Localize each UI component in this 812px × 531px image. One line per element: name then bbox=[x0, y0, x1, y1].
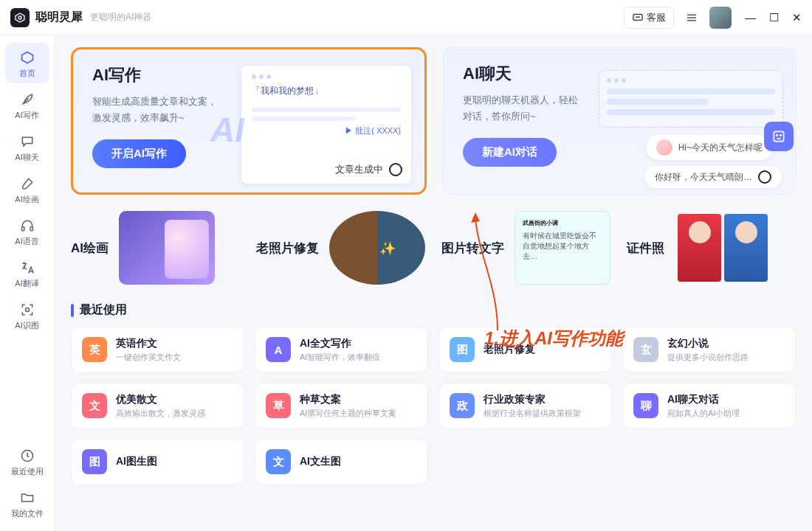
card-title: 种草文案 bbox=[300, 393, 396, 406]
svg-marker-9 bbox=[21, 52, 32, 63]
chat-bubble-ai: 你好呀，今天天气晴朗… bbox=[644, 166, 782, 188]
ocr-thumb: 武昌街的小调 有时候在城里吃饭会不自觉地想起某个地方去… bbox=[515, 211, 610, 285]
card-title: 玄幻小说 bbox=[667, 337, 749, 350]
svg-point-1 bbox=[18, 16, 21, 19]
sidebar-label: 最近使用 bbox=[5, 466, 49, 477]
sidebar-label: AI绘画 bbox=[5, 194, 49, 205]
app-subtitle: 更聪明的AI神器 bbox=[90, 11, 151, 24]
recent-card[interactable]: 政 行业政策专家 根据行业名称提供政策框架 bbox=[438, 383, 612, 428]
card-icon: 政 bbox=[450, 393, 475, 418]
sidebar-item-translate[interactable]: AI翻译 bbox=[5, 253, 49, 294]
feature-title: 证件照 bbox=[627, 240, 664, 257]
brush-icon bbox=[18, 175, 36, 192]
recent-card[interactable]: 草 种草文案 AI撰写任何主题的种草文案 bbox=[255, 383, 428, 428]
recent-card[interactable]: A AI全文写作 AI智能写作，效率翻倍 bbox=[255, 327, 428, 372]
recent-card[interactable]: 图 老照片修复 bbox=[438, 327, 612, 372]
chat-preview bbox=[599, 70, 783, 128]
card-title: AI文生图 bbox=[300, 455, 341, 468]
recent-card[interactable]: 图 AI图生图 bbox=[71, 439, 244, 485]
minimize-button[interactable]: — bbox=[745, 11, 756, 24]
recent-card[interactable]: 文 优美散文 高效输出散文，激发灵感 bbox=[71, 383, 244, 428]
feature-row: AI绘画 老照片修复 图片转文字 武昌街的小调 有时候在城里吃饭会不自觉地想起某… bbox=[71, 211, 796, 285]
sidebar-item-paint[interactable]: AI绘画 bbox=[5, 169, 49, 209]
start-write-button[interactable]: 开启AI写作 bbox=[92, 139, 186, 168]
feature-title: 图片转文字 bbox=[441, 240, 504, 257]
sidebar-item-recent[interactable]: 最近使用 bbox=[5, 441, 49, 482]
headphone-icon bbox=[18, 217, 36, 235]
card-desc: AI撰写任何主题的种草文案 bbox=[300, 408, 396, 419]
card-title: 行业政策专家 bbox=[484, 393, 581, 406]
svg-point-16 bbox=[777, 135, 778, 136]
window-controls: — ☐ ✕ bbox=[745, 11, 802, 24]
chat-bubble-icon bbox=[18, 133, 36, 150]
ai-avatar-icon bbox=[758, 170, 771, 184]
home-icon bbox=[18, 49, 36, 66]
card-title: AI全文写作 bbox=[300, 337, 380, 350]
card-desc: 高效输出散文，激发灵感 bbox=[116, 408, 205, 419]
feature-title: 老照片修复 bbox=[256, 240, 319, 257]
user-avatar[interactable] bbox=[709, 7, 732, 29]
mock-status: 文章生成中 bbox=[335, 163, 402, 176]
recent-card[interactable]: 玄 玄幻小说 提供更多小说创作思路 bbox=[622, 327, 796, 372]
sidebar-item-voice[interactable]: AI语音 bbox=[5, 211, 49, 251]
chat-fab-button[interactable] bbox=[764, 122, 794, 151]
card-icon: 英 bbox=[82, 337, 107, 362]
spinner-icon bbox=[389, 163, 402, 176]
recent-card[interactable]: 英 英语作文 一键创作英文作文 bbox=[71, 327, 244, 372]
card-icon: 聊 bbox=[633, 393, 658, 418]
card-desc: 一键创作英文作文 bbox=[116, 352, 181, 363]
card-icon: 玄 bbox=[633, 337, 658, 362]
photo-thumb bbox=[329, 211, 425, 285]
customer-service-button[interactable]: 客服 bbox=[624, 7, 674, 29]
titlebar: 聪明灵犀 更聪明的AI神器 客服 — ☐ ✕ bbox=[0, 0, 812, 35]
sidebar: 首页 AI写作 AI聊天 AI绘画 AI语音 AI翻译 AI识图 最 bbox=[0, 35, 55, 531]
card-title: AI聊天对话 bbox=[667, 393, 740, 406]
card-title: 英语作文 bbox=[116, 337, 181, 350]
close-button[interactable]: ✕ bbox=[792, 11, 802, 24]
card-desc: 宛如真人的AI小助理 bbox=[667, 408, 740, 419]
hero-card-chat[interactable]: AI聊天 更聪明的聊天机器人，轻松 对话，答你所问~ 新建AI对话 Hi~今天的… bbox=[443, 47, 796, 195]
feature-ocr[interactable]: 图片转文字 武昌街的小调 有时候在城里吃饭会不自觉地想起某个地方去… bbox=[441, 211, 610, 285]
sidebar-label: 我的文件 bbox=[5, 508, 49, 519]
sidebar-item-write[interactable]: AI写作 bbox=[5, 85, 49, 125]
sidebar-label: AI翻译 bbox=[5, 278, 49, 289]
feature-paint[interactable]: AI绘画 bbox=[71, 211, 240, 285]
mock-topic: 「我和我的梦想」 bbox=[252, 85, 401, 97]
svg-rect-12 bbox=[30, 227, 32, 231]
feature-photo-repair[interactable]: 老照片修复 bbox=[256, 211, 425, 285]
history-icon bbox=[18, 447, 36, 465]
chat-icon bbox=[632, 13, 644, 23]
svg-point-3 bbox=[636, 17, 637, 18]
svg-rect-15 bbox=[774, 131, 783, 141]
svg-point-17 bbox=[780, 135, 782, 136]
menu-button[interactable] bbox=[681, 7, 702, 28]
app-logo: 聪明灵犀 bbox=[10, 8, 83, 27]
svg-point-13 bbox=[25, 308, 29, 312]
new-chat-button[interactable]: 新建AI对话 bbox=[463, 138, 557, 167]
app-name: 聪明灵犀 bbox=[35, 10, 83, 25]
feature-id-photo[interactable]: 证件照 bbox=[627, 211, 796, 285]
hero-card-write[interactable]: AI写作 智能生成高质量文章和文案， 激发灵感，效率飙升~ 开启AI写作 AI … bbox=[71, 47, 427, 195]
sidebar-item-chat[interactable]: AI聊天 bbox=[5, 127, 49, 167]
service-label: 客服 bbox=[647, 11, 666, 24]
sidebar-label: AI识图 bbox=[5, 320, 49, 331]
feather-icon bbox=[18, 91, 36, 108]
avatar-icon bbox=[656, 139, 672, 156]
recent-grid: 英 英语作文 一键创作英文作文A AI全文写作 AI智能写作，效率翻倍图 老照片… bbox=[71, 327, 796, 485]
recent-card[interactable]: 聊 AI聊天对话 宛如真人的AI小助理 bbox=[622, 383, 796, 428]
sidebar-item-ocr[interactable]: AI识图 bbox=[5, 295, 49, 336]
paint-thumb bbox=[119, 211, 215, 285]
section-title-recent: 最近使用 bbox=[71, 302, 796, 318]
logo-icon bbox=[10, 8, 30, 27]
sidebar-label: AI语音 bbox=[5, 236, 49, 247]
recent-card[interactable]: 文 AI文生图 bbox=[255, 439, 428, 485]
feature-title: AI绘画 bbox=[71, 240, 109, 257]
card-icon: 草 bbox=[266, 393, 291, 418]
write-preview-panel: AI 「我和我的梦想」 ▶ 批注( XXXX) 文章生成中 bbox=[241, 66, 411, 184]
folder-icon bbox=[18, 489, 36, 507]
sidebar-item-files[interactable]: 我的文件 bbox=[5, 483, 49, 524]
sidebar-item-home[interactable]: 首页 bbox=[5, 43, 49, 83]
maximize-button[interactable]: ☐ bbox=[769, 11, 779, 24]
card-desc: 根据行业名称提供政策框架 bbox=[484, 408, 581, 419]
sidebar-label: AI聊天 bbox=[5, 152, 49, 163]
